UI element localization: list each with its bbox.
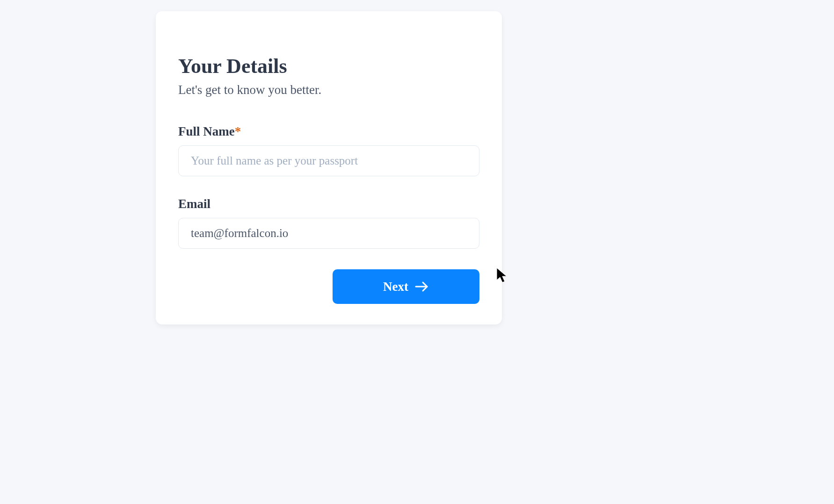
email-group: Email xyxy=(178,197,479,249)
arrow-right-icon xyxy=(415,281,429,292)
form-subtitle: Let's get to know you better. xyxy=(178,83,479,97)
full-name-label: Full Name* xyxy=(178,124,479,139)
required-asterisk: * xyxy=(235,124,241,138)
email-field[interactable] xyxy=(178,218,479,249)
full-name-group: Full Name* xyxy=(178,124,479,176)
form-title: Your Details xyxy=(178,54,479,78)
full-name-input[interactable] xyxy=(178,145,479,176)
next-button[interactable]: Next xyxy=(333,269,479,304)
button-row: Next xyxy=(178,269,479,304)
form-card: Your Details Let's get to know you bette… xyxy=(156,11,502,324)
full-name-label-text: Full Name xyxy=(178,124,235,138)
next-button-label: Next xyxy=(383,280,408,294)
email-label: Email xyxy=(178,197,479,211)
